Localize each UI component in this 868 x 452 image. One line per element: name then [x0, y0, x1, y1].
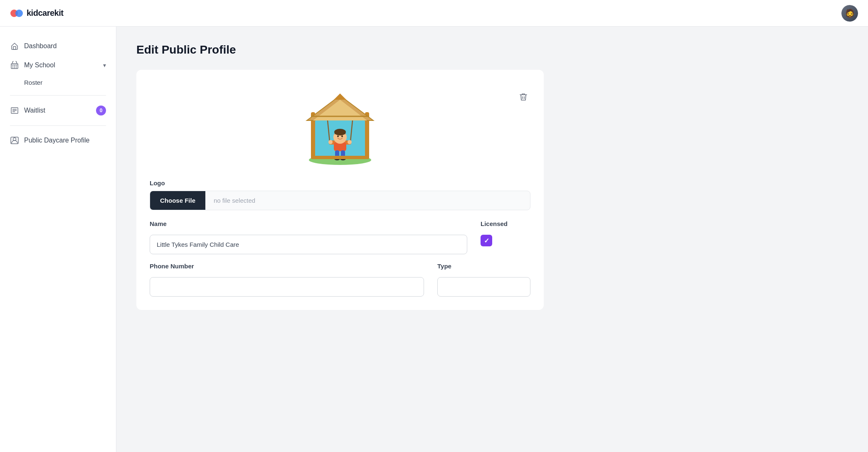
licensed-label: Licensed [481, 220, 530, 227]
choose-file-button[interactable]: Choose File [150, 191, 205, 210]
image-container [150, 83, 530, 179]
logo-area: kidcarekit [10, 7, 63, 20]
user-avatar[interactable]: 🧔 [841, 5, 858, 22]
sidebar-my-school-label: My School [24, 61, 98, 69]
trash-icon [519, 92, 528, 101]
sidebar-divider [10, 95, 106, 96]
sidebar-sub-item-roster[interactable]: Roster [0, 75, 116, 90]
licensed-checkbox[interactable]: ✓ [481, 235, 492, 246]
delete-button[interactable] [516, 90, 530, 106]
layout: Dashboard My School ▾ Roster [0, 27, 868, 452]
brand-name: kidcarekit [27, 8, 63, 18]
sidebar-item-dashboard[interactable]: Dashboard [0, 37, 116, 56]
sidebar-public-profile-label: Public Daycare Profile [24, 137, 106, 144]
name-input[interactable] [150, 235, 467, 254]
waitlist-icon [10, 106, 19, 115]
type-input[interactable] [437, 277, 530, 297]
roster-label: Roster [24, 79, 42, 86]
svg-point-21 [341, 135, 343, 137]
phone-input[interactable] [150, 277, 424, 297]
svg-point-20 [337, 135, 339, 137]
svg-point-27 [348, 140, 352, 144]
file-name-text: no file selected [205, 191, 530, 210]
chevron-down-icon: ▾ [103, 62, 106, 69]
phone-label: Phone Number [150, 263, 424, 270]
svg-rect-28 [311, 156, 369, 159]
sidebar: Dashboard My School ▾ Roster [0, 27, 116, 452]
licensed-section: Licensed ✓ [481, 220, 530, 246]
sidebar-item-public-daycare-profile[interactable]: Public Daycare Profile [0, 131, 116, 150]
name-licensed-row: Name Licensed ✓ [150, 220, 530, 254]
phone-type-row: Phone Number Type [150, 263, 530, 297]
name-label: Name [150, 220, 467, 227]
svg-marker-12 [334, 93, 346, 100]
school-icon [10, 61, 19, 70]
phone-field: Phone Number [150, 263, 424, 297]
waitlist-badge: 0 [96, 106, 106, 115]
svg-rect-2 [13, 47, 16, 49]
page-title: Edit Public Profile [136, 43, 848, 56]
sidebar-item-my-school[interactable]: My School ▾ [0, 56, 116, 75]
main-content: Edit Public Profile [116, 27, 868, 452]
checkmark-icon: ✓ [484, 237, 489, 245]
svg-point-1 [15, 10, 23, 17]
topnav: kidcarekit 🧔 [0, 0, 868, 27]
daycare-illustration [298, 91, 382, 166]
svg-point-26 [328, 140, 333, 144]
profile-icon [10, 136, 19, 145]
logo-field: Logo Choose File no file selected [150, 179, 530, 220]
sidebar-dashboard-label: Dashboard [24, 42, 106, 50]
sidebar-item-waitlist[interactable]: Waitlist 0 [0, 101, 116, 120]
logo-label: Logo [150, 179, 530, 187]
sidebar-divider-2 [10, 125, 106, 126]
home-icon [10, 42, 19, 51]
name-field: Name [150, 220, 467, 254]
brand-logo-icon [10, 7, 23, 20]
content-card: Logo Choose File no file selected Name L… [136, 70, 544, 310]
licensed-checkbox-wrapper: ✓ [481, 235, 530, 246]
file-input-row: Choose File no file selected [150, 191, 530, 210]
sidebar-waitlist-label: Waitlist [24, 107, 91, 114]
type-section: Type [437, 263, 530, 297]
type-label: Type [437, 263, 530, 270]
